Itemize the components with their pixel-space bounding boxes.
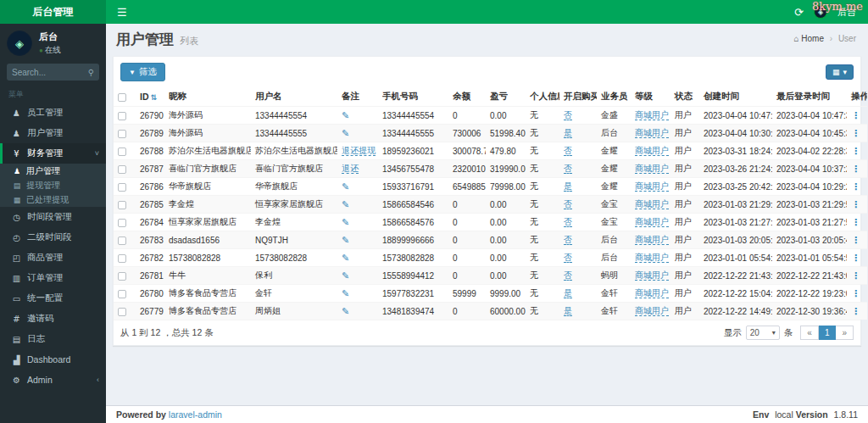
row-checkbox[interactable] (118, 201, 126, 209)
sidebar-user-status: ●在线 (39, 45, 61, 56)
row-actions-icon[interactable]: ⋮ (851, 306, 860, 316)
buy-toggle-link[interactable]: 否 (564, 253, 572, 263)
sidebar-subitem-提现管理[interactable]: ▤ 提现管理 (0, 178, 106, 192)
edit-remark-icon[interactable]: ✎ (342, 181, 349, 192)
row-checkbox[interactable] (118, 254, 126, 263)
row-checkbox[interactable] (118, 183, 126, 192)
level-link[interactable]: 商城用户 (635, 146, 669, 156)
sidebar-item-邀请码[interactable]: # 邀请码 (0, 309, 106, 329)
edit-remark-icon[interactable]: ✎ (342, 217, 349, 227)
sidebar-item-日志[interactable]: ▤ 日志 (0, 329, 106, 349)
per-page-select[interactable]: 20 ▾ (746, 326, 780, 340)
level-link[interactable]: 商城用户 (635, 288, 669, 298)
edit-remark-icon[interactable]: ✎ (342, 235, 349, 245)
row-actions-icon[interactable]: ⋮ (851, 199, 860, 209)
row-checkbox[interactable] (118, 130, 126, 138)
sidebar-item-财务管理[interactable]: ¥ 财务管理 ˅ (0, 143, 106, 164)
sidebar-item-商品管理[interactable]: ◰ 商品管理 (0, 248, 106, 268)
row-actions-icon[interactable]: ⋮ (851, 270, 860, 281)
sidebar-toggle-icon[interactable]: ☰ (106, 0, 138, 24)
buy-toggle-link[interactable]: 否 (564, 164, 572, 174)
row-checkbox[interactable] (118, 165, 126, 174)
remark-link[interactable]: 退还 (342, 164, 359, 174)
row-checkbox[interactable] (118, 237, 126, 245)
filter-button[interactable]: ▼ 筛选 (120, 63, 165, 81)
sidebar-item-二级时间段[interactable]: ◴ 二级时间段 (0, 227, 106, 248)
buy-toggle-link[interactable]: 否 (564, 235, 572, 245)
level-link[interactable]: 商城用户 (635, 217, 669, 227)
level-link[interactable]: 商城用户 (635, 199, 669, 209)
level-link[interactable]: 商城用户 (635, 128, 669, 138)
buy-toggle-link[interactable]: 是 (564, 288, 572, 298)
next-page-button[interactable]: » (836, 326, 854, 340)
breadcrumb-home[interactable]: Home (801, 34, 824, 43)
row-actions-icon[interactable]: ⋮ (851, 288, 860, 298)
level-link[interactable]: 商城用户 (635, 306, 669, 316)
search-icon[interactable]: ⚲ (88, 68, 99, 77)
finance-icon: ¥ (11, 149, 22, 159)
edit-remark-icon[interactable]: ✎ (342, 110, 349, 120)
row-actions-icon[interactable]: ⋮ (851, 110, 860, 120)
prev-page-button[interactable]: « (800, 326, 819, 340)
level-link[interactable]: 商城用户 (635, 164, 669, 174)
sidebar-item-时间段管理[interactable]: ◷ 时间段管理 (0, 207, 106, 227)
row-checkbox[interactable] (118, 308, 126, 316)
sidebar-user-panel: ◈ 后台 ●在线 (0, 24, 106, 62)
select-all-checkbox[interactable] (118, 93, 126, 102)
navbar-avatar[interactable]: ◈ (814, 5, 827, 19)
withdraw-icon: ▤ (12, 181, 22, 190)
sidebar-item-Admin[interactable]: ⚙ Admin ‹ (0, 370, 106, 390)
page-1-button[interactable]: 1 (819, 326, 837, 340)
pagination: « 1 » (800, 326, 854, 340)
row-checkbox[interactable] (118, 272, 126, 281)
sidebar-item-Dashboard[interactable]: ▟ Dashboard (0, 349, 106, 370)
refresh-icon[interactable]: ⟳ (794, 6, 804, 19)
edit-remark-icon[interactable]: ✎ (342, 253, 349, 263)
level-link[interactable]: 商城用户 (635, 181, 669, 192)
buy-toggle-link[interactable]: 否 (564, 146, 572, 156)
row-actions-icon[interactable]: ⋮ (851, 128, 860, 138)
row-actions-icon[interactable]: ⋮ (851, 181, 860, 192)
buy-toggle-link[interactable]: 是 (564, 306, 572, 316)
sort-icon[interactable]: ⇅ (151, 93, 158, 102)
table-row: 26781 牛牛 保利 ✎ 15558994412 0 0.00 无 否 蚂明 … (114, 267, 867, 285)
sidebar-item-订单管理[interactable]: ▥ 订单管理 (0, 268, 106, 288)
edit-remark-icon[interactable]: ✎ (342, 128, 349, 138)
column-selector-button[interactable]: ▦ ▾ (826, 64, 854, 80)
sidebar-subitem-用户管理[interactable]: ♟ 用户管理 (0, 164, 106, 178)
buy-toggle-link[interactable]: 是 (564, 128, 572, 138)
remark-link[interactable]: 退还提现 (342, 146, 376, 156)
row-checkbox[interactable] (118, 147, 126, 156)
row-actions-icon[interactable]: ⋮ (851, 253, 860, 263)
sidebar-item-用户管理[interactable]: ♟ 用户管理 (0, 123, 106, 143)
sidebar-item-统一配置[interactable]: ▭ 统一配置 (0, 288, 106, 309)
buy-toggle-link[interactable]: 否 (564, 110, 572, 120)
row-checkbox[interactable] (118, 219, 126, 227)
page-subtitle: 列表 (180, 36, 198, 46)
level-link[interactable]: 商城用户 (635, 110, 669, 120)
buy-toggle-link[interactable]: 是 (564, 181, 572, 192)
laravel-admin-link[interactable]: laravel-admin (169, 409, 222, 420)
sidebar-subitem-已处理提现[interactable]: ▦ 已处理提现 (0, 192, 106, 207)
level-link[interactable]: 商城用户 (635, 253, 669, 263)
row-actions-icon[interactable]: ⋮ (851, 235, 860, 245)
row-checkbox[interactable] (118, 290, 126, 298)
buy-toggle-link[interactable]: 否 (564, 270, 572, 281)
row-checkbox[interactable] (118, 112, 126, 120)
brand-logo[interactable]: 后台管理 (0, 0, 106, 24)
row-actions-icon[interactable]: ⋮ (851, 217, 860, 227)
row-actions-icon[interactable]: ⋮ (851, 146, 860, 156)
level-link[interactable]: 商城用户 (635, 235, 669, 245)
navbar-username[interactable]: 后台 (837, 6, 856, 19)
row-actions-icon[interactable]: ⋮ (851, 164, 860, 174)
search-input[interactable] (7, 68, 88, 77)
level-link[interactable]: 商城用户 (635, 270, 669, 281)
edit-remark-icon[interactable]: ✎ (342, 199, 349, 209)
buy-toggle-link[interactable]: 否 (564, 217, 572, 227)
buy-toggle-link[interactable]: 否 (564, 199, 572, 209)
sidebar-item-员工管理[interactable]: ♟ 员工管理 (0, 103, 106, 123)
edit-remark-icon[interactable]: ✎ (342, 288, 349, 298)
edit-remark-icon[interactable]: ✎ (342, 306, 349, 316)
edit-remark-icon[interactable]: ✎ (342, 270, 349, 281)
env-value: local (775, 409, 793, 420)
